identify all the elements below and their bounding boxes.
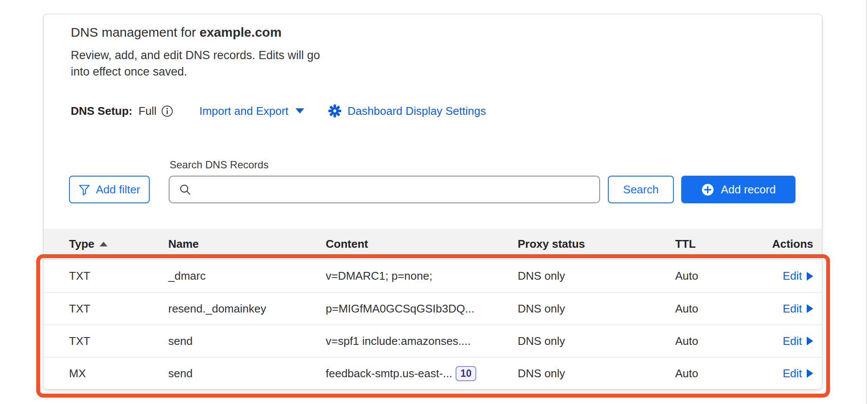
dns-setup-row: DNS Setup: Full Import and Export — [71, 104, 805, 118]
chevron-down-icon — [296, 108, 304, 114]
edit-link[interactable]: Edit — [783, 302, 813, 316]
card-header: DNS management for example.com Review, a… — [71, 24, 805, 118]
cell-content: v=spf1 include:amazonses.... — [326, 335, 518, 348]
dns-setup-label: DNS Setup: — [71, 104, 132, 118]
cell-content-text: v=spf1 include:amazonses.... — [326, 335, 471, 348]
search-records-label: Search DNS Records — [170, 158, 600, 171]
edit-link-label: Edit — [783, 335, 802, 348]
chevron-right-icon — [807, 272, 813, 281]
table-row: TXT send v=spf1 include:amazonses.... DN… — [44, 325, 822, 357]
page-title: DNS management for example.com — [71, 24, 805, 41]
cell-type: TXT — [69, 269, 168, 283]
search-box — [169, 176, 600, 203]
cell-ttl: Auto — [675, 367, 764, 380]
search-button[interactable]: Search — [608, 176, 674, 203]
cell-ttl: Auto — [675, 335, 764, 348]
cell-proxy-status: DNS only — [518, 367, 675, 380]
edit-link[interactable]: Edit — [783, 367, 813, 380]
cell-name: send — [168, 367, 326, 380]
add-record-label: Add record — [721, 183, 776, 196]
cell-type: TXT — [69, 302, 168, 316]
cell-content: p=MIGfMA0GCSqGSIb3DQ... — [326, 302, 518, 316]
table-body: TXT _dmarc v=DMARC1; p=none; DNS only Au… — [44, 260, 822, 389]
search-icon — [179, 183, 191, 196]
table-row: TXT resend._domainkey p=MIGfMA0GCSqGSIb3… — [44, 292, 822, 325]
cell-name: _dmarc — [168, 269, 326, 283]
search-button-label: Search — [623, 183, 658, 196]
plus-circle-icon — [701, 183, 714, 196]
cell-proxy-status: DNS only — [518, 302, 675, 316]
cell-content-text: v=DMARC1; p=none; — [326, 269, 432, 283]
search-field-group: Search DNS Records — [169, 158, 600, 203]
table-header-row: Type Name Content Proxy status TTL Actio… — [44, 229, 822, 260]
table-row: TXT _dmarc v=DMARC1; p=none; DNS only Au… — [44, 260, 822, 292]
dns-management-page: DNS management for example.com Review, a… — [0, 0, 868, 404]
search-input[interactable] — [197, 177, 599, 202]
edit-link[interactable]: Edit — [783, 335, 813, 348]
filter-funnel-icon — [79, 184, 90, 196]
column-header-ttl: TTL — [675, 237, 764, 251]
edit-link[interactable]: Edit — [783, 269, 813, 283]
column-header-name: Name — [168, 237, 326, 251]
cell-ttl: Auto — [675, 302, 764, 316]
column-header-type[interactable]: Type — [69, 237, 168, 251]
gear-icon — [328, 104, 342, 118]
cell-type: TXT — [69, 335, 168, 348]
subtitle: Review, add, and edit DNS records. Edits… — [71, 47, 321, 80]
search-toolbar: Add filter Search DNS Records Search — [69, 158, 796, 203]
dashboard-settings-group: Dashboard Display Settings — [328, 104, 486, 118]
column-header-type-label: Type — [69, 237, 94, 251]
dashboard-display-settings-label: Dashboard Display Settings — [348, 104, 486, 118]
table-row: MX send feedback-smtp.us-east-... 10 DNS… — [44, 357, 822, 389]
edit-link-label: Edit — [783, 269, 802, 283]
dns-records-table: Type Name Content Proxy status TTL Actio… — [44, 229, 822, 389]
edit-link-label: Edit — [783, 367, 802, 380]
add-filter-button[interactable]: Add filter — [69, 176, 150, 203]
column-header-actions: Actions — [772, 237, 813, 251]
dns-setup-value: Full — [138, 104, 157, 118]
import-export-label: Import and Export — [199, 104, 289, 118]
add-filter-label: Add filter — [96, 183, 140, 196]
edit-link-label: Edit — [783, 302, 802, 316]
chevron-right-icon — [807, 337, 813, 345]
column-header-proxy-status: Proxy status — [518, 237, 675, 251]
chevron-right-icon — [807, 369, 813, 378]
cell-name: resend._domainkey — [168, 302, 326, 316]
cell-content: v=DMARC1; p=none; — [326, 269, 518, 283]
dns-management-card: DNS management for example.com Review, a… — [43, 14, 822, 390]
cell-content-text: feedback-smtp.us-east-... — [326, 367, 452, 380]
info-circle-icon[interactable] — [161, 105, 173, 117]
sort-ascending-icon — [100, 242, 107, 246]
page-right-border — [866, 0, 867, 404]
import-export-link[interactable]: Import and Export — [199, 104, 304, 118]
dashboard-display-settings-link[interactable]: Dashboard Display Settings — [348, 104, 486, 118]
cell-type: MX — [69, 367, 168, 380]
priority-badge: 10 — [456, 366, 476, 381]
cell-proxy-status: DNS only — [518, 335, 675, 348]
cell-content: feedback-smtp.us-east-... 10 — [326, 366, 518, 381]
add-record-button[interactable]: Add record — [681, 176, 796, 203]
cell-name: send — [168, 335, 326, 348]
page-title-prefix: DNS management for — [71, 25, 199, 39]
cell-content-text: p=MIGfMA0GCSqGSIb3DQ... — [326, 302, 475, 316]
chevron-right-icon — [807, 304, 813, 313]
column-header-content: Content — [326, 237, 518, 251]
page-title-domain: example.com — [199, 25, 281, 39]
cell-proxy-status: DNS only — [518, 269, 675, 283]
cell-ttl: Auto — [675, 269, 764, 283]
